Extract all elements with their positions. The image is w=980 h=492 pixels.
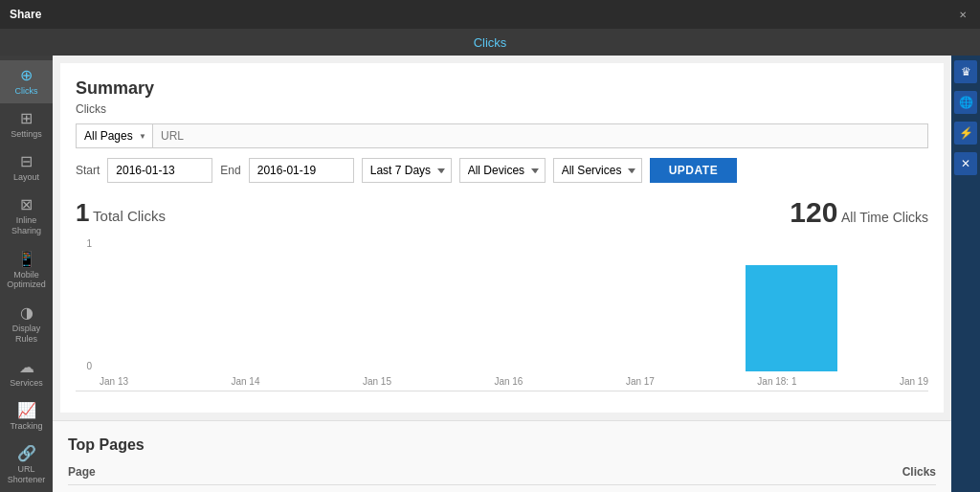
chart-x-labels: Jan 13 Jan 14 Jan 15 Jan 16 Jan 17 Jan 1…	[100, 371, 928, 391]
top-pages-title: Top Pages	[68, 436, 936, 454]
x-label-jan18: Jan 18: 1	[757, 376, 796, 387]
content-area: Summary Clicks All Pages Start	[53, 56, 951, 492]
services-icon: ☁	[19, 360, 34, 375]
close-window-button[interactable]: ✕	[955, 7, 970, 22]
total-clicks-label: Total Clicks	[93, 208, 166, 224]
sidebar-item-services[interactable]: ☁ Services	[0, 352, 53, 395]
date-range-wrapper: Last 7 Days	[362, 158, 452, 183]
bolt-button[interactable]: ⚡	[954, 122, 977, 145]
sidebar-item-clicks[interactable]: ⊕ Clicks	[0, 60, 53, 103]
y-label-bottom: 0	[86, 361, 92, 371]
summary-title: Summary	[76, 78, 928, 99]
close-right-button[interactable]: ✕	[954, 152, 977, 175]
main-layout: ⊕ Clicks ⊞ Settings ⊟ Layout ⊠ InlineSha…	[0, 56, 980, 492]
x-label-jan15: Jan 15	[363, 376, 391, 387]
url-input[interactable]	[153, 123, 928, 148]
app-window: Share ✕ Clicks ⊕ Clicks ⊞ Settings ⊟ Lay…	[0, 0, 980, 492]
end-label: End	[220, 164, 240, 177]
inline-sharing-icon: ⊠	[20, 197, 33, 212]
x-label-jan19: Jan 19	[900, 376, 928, 387]
sidebar-item-layout[interactable]: ⊟ Layout	[0, 146, 53, 190]
all-time-block: 120 All Time Clicks	[790, 196, 928, 229]
x-label-jan16: Jan 16	[494, 376, 523, 387]
url-shortener-icon: 🔗	[17, 446, 36, 461]
start-date-input[interactable]	[107, 158, 212, 183]
sidebar-item-settings-label: Settings	[11, 129, 42, 139]
total-clicks-block: 1 Total Clicks	[76, 198, 166, 228]
col-page-header: Page	[68, 465, 96, 479]
x-label-jan14: Jan 14	[231, 376, 259, 387]
stats-row: 1 Total Clicks 120 All Time Clicks	[76, 196, 928, 229]
sidebar-item-services-label: Services	[10, 378, 43, 388]
content-inner: Summary Clicks All Pages Start	[60, 63, 944, 413]
tracking-icon: 📈	[17, 403, 36, 418]
filter-row-pages: All Pages	[76, 123, 928, 148]
col-clicks-header: Clicks	[902, 465, 936, 479]
all-time-label: All Time Clicks	[841, 210, 928, 225]
total-clicks-num: 1	[76, 198, 89, 227]
right-action-bar: ♛ 🌐 ⚡ ✕	[951, 56, 980, 492]
end-date-input[interactable]	[249, 158, 354, 183]
title-bar-controls: ✕	[955, 7, 970, 22]
crown-button[interactable]: ♛	[954, 60, 977, 83]
layout-icon: ⊟	[20, 154, 33, 169]
clicks-label: Clicks	[76, 102, 928, 116]
device-wrapper: All Devices	[459, 158, 546, 183]
x-label-jan17: Jan 17	[626, 376, 655, 387]
sidebar-item-inline-sharing-label: InlineSharing	[11, 215, 41, 236]
all-time-num: 120	[790, 196, 837, 228]
start-label: Start	[76, 164, 100, 177]
clicks-icon: ⊕	[20, 68, 33, 83]
top-pages-section: Top Pages Page Clicks https://blog.crozd…	[53, 420, 951, 492]
display-rules-icon: ◑	[20, 305, 33, 321]
sidebar-item-mobile-label: MobileOptimized	[7, 270, 46, 291]
all-pages-wrapper: All Pages	[76, 123, 153, 148]
chart-container: 1 0 Jan 13 Jan 14 Jan 15 Jan 16 Jan 17 J…	[76, 238, 928, 391]
device-select[interactable]: All Devices	[459, 158, 546, 183]
sidebar-item-tracking-label: Tracking	[10, 421, 42, 431]
sidebar-item-tracking[interactable]: 📈 Tracking	[0, 395, 53, 438]
mobile-optimized-icon: 📱	[17, 252, 36, 267]
date-range-select[interactable]: Last 7 Days	[362, 158, 452, 183]
window-title: Share	[10, 8, 41, 21]
chart-bar-jan18	[746, 265, 836, 371]
all-pages-select-wrapper: All Pages	[77, 124, 152, 147]
pages-table-header: Page Clicks	[68, 465, 936, 485]
title-bar: Share ✕	[0, 0, 980, 29]
sidebar-item-settings[interactable]: ⊞ Settings	[0, 103, 53, 146]
x-label-jan13: Jan 13	[100, 376, 128, 387]
globe-button[interactable]: 🌐	[954, 91, 977, 114]
sidebar-item-display-rules[interactable]: ◑ DisplayRules	[0, 298, 53, 352]
chart-area	[100, 238, 928, 371]
date-filter-row: Start End Last 7 Days All Devices	[76, 158, 928, 183]
service-select[interactable]: All Services	[553, 158, 642, 183]
tab-bar: Clicks	[0, 29, 980, 56]
all-pages-select[interactable]: All Pages	[77, 124, 152, 147]
sidebar-item-layout-label: Layout	[13, 172, 39, 182]
settings-icon: ⊞	[20, 111, 33, 126]
service-wrapper: All Services	[553, 158, 642, 183]
sidebar-item-mobile-optimized[interactable]: 📱 MobileOptimized	[0, 244, 53, 299]
y-label-top: 1	[86, 238, 92, 249]
sidebar-item-inline-sharing[interactable]: ⊠ InlineSharing	[0, 190, 53, 244]
sidebar-item-clicks-label: Clicks	[15, 86, 38, 96]
sidebar-item-url-shortener[interactable]: 🔗 URLShortener	[0, 438, 53, 492]
sidebar-item-url-shortener-label: URLShortener	[8, 464, 46, 485]
sidebar: ⊕ Clicks ⊞ Settings ⊟ Layout ⊠ InlineSha…	[0, 56, 53, 492]
update-button[interactable]: UPDATE	[650, 158, 737, 183]
chart-y-axis: 1 0	[76, 238, 95, 371]
tab-clicks[interactable]: Clicks	[474, 35, 507, 50]
sidebar-item-display-rules-label: DisplayRules	[12, 324, 41, 345]
